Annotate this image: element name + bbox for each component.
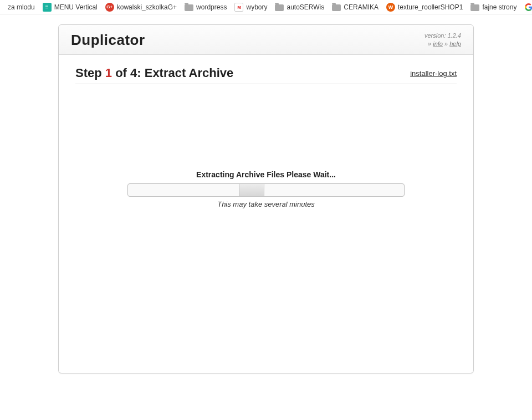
help-link[interactable]: help [449, 40, 461, 47]
step-prefix: Step [75, 66, 105, 80]
site-icon: м [234, 3, 243, 12]
sep-icon: » [444, 40, 448, 47]
bookmark-label: za mlodu [8, 3, 35, 11]
header-meta: version: 1.2.4 » info » help [424, 32, 461, 49]
bookmark-label: CERAMIKA [344, 3, 378, 11]
bookmark-item[interactable]: G+kowalski_szkolkaG+ [103, 2, 180, 13]
progress-area: Extracting Archive Files Please Wait... … [59, 170, 473, 208]
bookmark-label: wordpress [196, 3, 227, 11]
brand-title: Duplicator [71, 32, 145, 49]
bookmark-item[interactable]: Wtexture_roollerSHOP1 [383, 2, 466, 13]
bookmark-label: autoSERWis [287, 3, 324, 11]
step-title: Step 1 of 4: Extract Archive [75, 66, 233, 80]
bookmarks-bar: za mlodu≡MENU VerticalG+kowalski_szkolka… [0, 0, 532, 14]
folder-icon [185, 3, 193, 12]
folder-icon [332, 3, 341, 12]
progress-indicator [239, 184, 264, 196]
bookmark-item[interactable]: мwybory [232, 2, 270, 13]
folder-icon [470, 3, 479, 12]
duplicator-panel: Duplicator version: 1.2.4 » info » help … [58, 24, 474, 373]
step-header-row: Step 1 of 4: Extract Archive installer-l… [75, 66, 457, 84]
step-suffix: of 4: Extract Archive [112, 66, 233, 80]
bookmark-item[interactable]: Konsola A [521, 2, 532, 13]
bookmark-item[interactable]: autoSERWis [272, 2, 327, 13]
bookmark-label: kowalski_szkolkaG+ [117, 3, 177, 11]
bookmark-item[interactable]: za mlodu [2, 2, 38, 13]
folder-icon [275, 3, 284, 12]
bookmark-label: wybory [246, 3, 267, 11]
installer-log-link[interactable]: installer-log.txt [410, 69, 457, 78]
progress-note: This may take several minutes [59, 200, 473, 208]
site-icon: W [386, 3, 395, 12]
bookmark-label: texture_roollerSHOP1 [398, 3, 463, 11]
google-icon [524, 3, 532, 12]
bookmark-item[interactable]: fajne strony [468, 2, 519, 13]
bookmark-item[interactable]: wordpress [182, 2, 229, 13]
progress-bar [127, 183, 405, 197]
info-link[interactable]: info [433, 40, 443, 47]
gplus-icon: G+ [105, 3, 114, 12]
bookmark-label: MENU Vertical [54, 3, 98, 11]
sep-icon: » [428, 40, 431, 47]
panel-header: Duplicator version: 1.2.4 » info » help [59, 25, 473, 55]
bookmark-item[interactable]: CERAMIKA [329, 2, 381, 13]
bookmark-label: fajne strony [482, 3, 516, 11]
progress-label: Extracting Archive Files Please Wait... [59, 170, 473, 179]
version-label: version: 1.2.4 [424, 32, 461, 40]
bookmark-item[interactable]: ≡MENU Vertical [40, 2, 100, 13]
menu-icon: ≡ [43, 3, 52, 12]
step-number: 1 [105, 66, 112, 80]
